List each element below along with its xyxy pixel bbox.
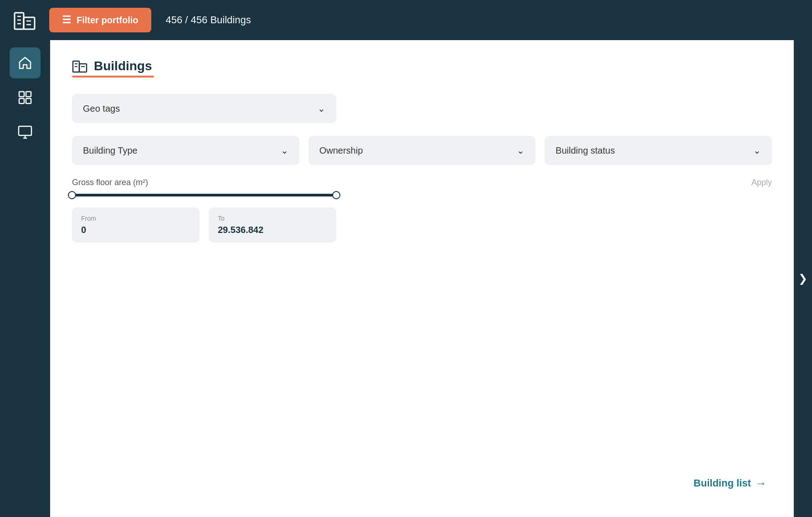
building-status-dropdown[interactable]: Building status ⌄ xyxy=(545,136,772,165)
filter-icon: ☰ xyxy=(62,14,71,26)
slider-track xyxy=(72,194,336,196)
svg-rect-9 xyxy=(19,98,24,103)
page-title: Buildings xyxy=(94,59,152,73)
right-edge-arrow-icon: ❯ xyxy=(798,272,807,285)
to-label: To xyxy=(218,215,327,222)
gross-floor-area-header: Gross floor area (m²) Apply xyxy=(72,178,772,187)
geo-tags-label: Geo tags xyxy=(83,103,120,114)
gross-floor-area-label: Gross floor area (m²) xyxy=(72,178,148,187)
ownership-dropdown[interactable]: Ownership ⌄ xyxy=(308,136,536,165)
gross-floor-area-section: Gross floor area (m²) Apply From 0 To 29… xyxy=(72,178,772,243)
sidebar-item-monitor[interactable] xyxy=(10,117,41,148)
from-label: From xyxy=(81,215,190,222)
filter-portfolio-button[interactable]: ☰ Filter portfolio xyxy=(49,8,151,32)
floor-area-slider[interactable] xyxy=(72,194,772,196)
building-type-chevron-icon: ⌄ xyxy=(281,145,288,156)
sidebar-item-grid[interactable] xyxy=(10,82,41,113)
ownership-chevron-icon: ⌄ xyxy=(517,145,524,156)
type-ownership-status-row: Building Type ⌄ Ownership ⌄ Building sta… xyxy=(72,136,772,165)
right-edge-panel[interactable]: ❯ xyxy=(794,40,812,517)
from-value[interactable]: 0 xyxy=(81,225,190,235)
building-type-label: Building Type xyxy=(83,145,138,156)
geo-tags-dropdown[interactable]: Geo tags ⌄ xyxy=(72,94,336,123)
filter-portfolio-label: Filter portfolio xyxy=(77,15,139,26)
slider-thumb-left[interactable] xyxy=(68,191,76,199)
building-status-chevron-icon: ⌄ xyxy=(753,145,761,156)
building-status-label: Building status xyxy=(555,145,615,156)
sidebar-item-home[interactable] xyxy=(10,47,41,78)
page-title-wrap: Buildings xyxy=(72,58,772,74)
arrow-right-icon: → xyxy=(755,477,766,490)
from-box: From 0 xyxy=(72,207,200,243)
buildings-icon xyxy=(72,58,87,74)
app-header: ☰ Filter portfolio 456 / 456 Buildings xyxy=(0,0,812,40)
svg-rect-1 xyxy=(24,17,35,29)
to-value[interactable]: 29.536.842 xyxy=(218,225,327,235)
slider-thumb-right[interactable] xyxy=(332,191,340,199)
geo-tags-filter: Geo tags ⌄ xyxy=(72,94,772,123)
svg-rect-0 xyxy=(15,13,24,29)
svg-rect-10 xyxy=(26,98,31,103)
svg-rect-11 xyxy=(19,126,31,135)
to-box: To 29.536.842 xyxy=(209,207,336,243)
building-list-label: Building list xyxy=(694,477,751,489)
from-to-row: From 0 To 29.536.842 xyxy=(72,207,336,243)
building-list-link[interactable]: Building list → xyxy=(694,477,766,490)
ownership-label: Ownership xyxy=(319,145,363,156)
title-underline xyxy=(72,76,154,78)
sidebar xyxy=(0,40,50,517)
building-count-label: 456 / 456 Buildings xyxy=(166,14,251,26)
geo-tags-chevron-icon: ⌄ xyxy=(318,103,325,114)
app-logo xyxy=(11,6,38,34)
svg-rect-8 xyxy=(26,92,31,97)
apply-button[interactable]: Apply xyxy=(751,178,772,187)
svg-rect-7 xyxy=(19,92,24,97)
main-content: Buildings Geo tags ⌄ Building Type ⌄ Own… xyxy=(50,40,794,517)
building-type-dropdown[interactable]: Building Type ⌄ xyxy=(72,136,299,165)
main-layout: Buildings Geo tags ⌄ Building Type ⌄ Own… xyxy=(0,40,812,517)
svg-rect-15 xyxy=(79,64,87,72)
